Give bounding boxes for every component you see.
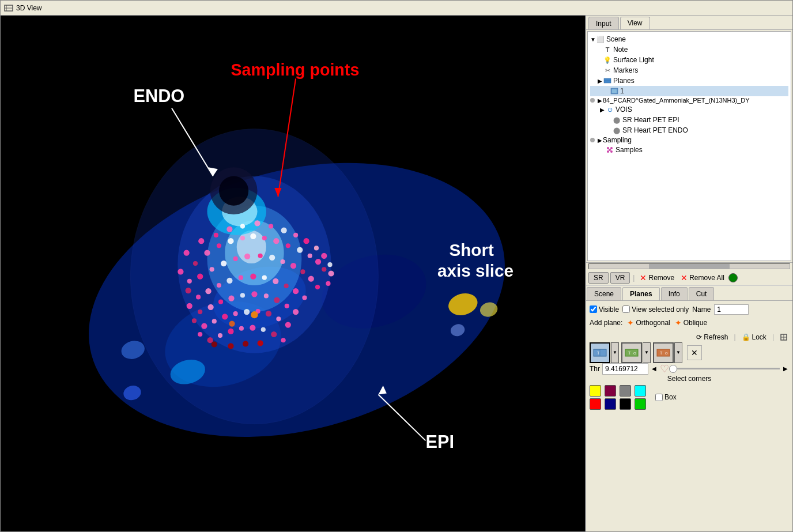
sr-button[interactable]: SR <box>588 272 609 284</box>
swatch-gray[interactable] <box>620 385 631 397</box>
tab-cut[interactable]: Cut <box>689 287 715 300</box>
color-swatches <box>590 385 646 410</box>
slider-right-arrow[interactable]: ▶ <box>782 365 789 372</box>
tree-expand-vois[interactable]: ▶ <box>599 107 605 113</box>
name-input[interactable] <box>714 304 749 315</box>
view-selected-label[interactable]: View selected only <box>622 305 689 314</box>
visible-checkbox-label[interactable]: Visible <box>590 305 619 314</box>
plane-btn-3[interactable]: T O <box>653 342 674 363</box>
swatch-red[interactable] <box>590 398 601 410</box>
lock-button[interactable]: 🔒 Lock <box>741 332 768 342</box>
svg-point-132 <box>609 149 611 151</box>
swatch-row-1 <box>590 385 646 397</box>
svg-point-25 <box>254 220 260 226</box>
tree-item-note[interactable]: T Note <box>590 44 788 55</box>
scene-tree[interactable]: ▼ ⬜ Scene T Note 💡 Surface Light <box>587 31 791 261</box>
svg-point-79 <box>228 295 234 301</box>
tree-expand-planes[interactable]: ▶ <box>597 78 603 84</box>
svg-point-36 <box>193 261 198 266</box>
tree-expand-scene[interactable]: ▼ <box>590 36 596 43</box>
svg-point-40 <box>240 236 245 240</box>
orthogonal-option[interactable]: ✦ Orthogonal <box>627 318 670 327</box>
viewport-3d[interactable]: ENDO Sampling points Short axis slice EP… <box>1 16 585 531</box>
plane-btn-2[interactable]: T O <box>621 342 642 363</box>
slider-thumb[interactable] <box>669 365 677 373</box>
plane-1-icon <box>610 86 619 96</box>
add-plane-label: Add plane: <box>590 319 622 327</box>
tab-planes[interactable]: Planes <box>622 287 660 300</box>
tree-item-sr-epi[interactable]: ⬤ SR Heart PET EPI <box>590 115 788 125</box>
svg-point-91 <box>244 309 250 315</box>
tab-view[interactable]: View <box>620 17 650 29</box>
swatch-black[interactable] <box>620 398 631 410</box>
tree-item-planes[interactable]: ▶ Planes <box>590 76 788 86</box>
tree-label-samples: Samples <box>615 146 643 154</box>
tree-item-sampling[interactable]: ▶ Sampling <box>590 135 788 145</box>
refresh-button[interactable]: ⟳ Refresh <box>695 332 729 342</box>
tree-item-markers[interactable]: ✂ Markers <box>590 65 788 76</box>
orthogonal-icon: ✦ <box>627 318 634 327</box>
resize-button[interactable] <box>779 332 789 342</box>
tab-input[interactable]: Input <box>588 17 619 29</box>
tree-item-vois[interactable]: ▶ ⊙ VOIS <box>590 104 788 115</box>
svg-text:T: T <box>628 351 631 355</box>
svg-rect-127 <box>612 89 617 93</box>
swatch-cyan[interactable] <box>635 385 646 397</box>
svg-point-54 <box>233 256 238 261</box>
view-selected-checkbox[interactable] <box>622 305 630 313</box>
swatch-yellow[interactable] <box>590 385 601 397</box>
tree-item-sr-endo[interactable]: ⬤ SR Heart PET ENDO <box>590 125 788 135</box>
swatch-green[interactable] <box>635 398 646 410</box>
swatch-dark-blue[interactable] <box>605 398 616 410</box>
scene-svg: ENDO Sampling points Short axis slice EP… <box>1 16 585 531</box>
tree-item-scene[interactable]: ▼ ⬜ Scene <box>590 34 788 44</box>
svg-point-90 <box>233 311 238 316</box>
box-checkbox[interactable]: Box <box>655 393 677 401</box>
tree-expand-sampling[interactable]: ▶ <box>597 137 603 144</box>
delete-plane-button[interactable]: ✕ <box>687 345 702 360</box>
svg-point-37 <box>204 250 210 256</box>
swatch-purple[interactable] <box>605 385 616 397</box>
tab-scene[interactable]: Scene <box>587 287 621 300</box>
svg-point-26 <box>269 224 273 228</box>
thr-slider[interactable]: ♡ <box>660 364 780 373</box>
refresh-label: Refresh <box>704 333 728 341</box>
lock-icon: 🔒 <box>742 333 750 341</box>
svg-rect-142 <box>657 349 670 356</box>
surface-light-icon: 💡 <box>603 55 612 65</box>
remove-button[interactable]: ✕ Remove <box>637 272 677 284</box>
tree-scrollbar[interactable] <box>586 262 792 270</box>
tree-item-dataset[interactable]: ▶ 84_PCARD^Gated_Ammoniak_PET_(N13NH3)_D… <box>590 96 788 104</box>
plane-btn-1-dropdown[interactable]: ▼ <box>611 342 619 363</box>
plane-btn-2-dropdown[interactable]: ▼ <box>643 342 651 363</box>
plane-btn-1[interactable]: T <box>590 342 610 363</box>
tree-label-sr-endo: SR Heart PET ENDO <box>622 126 688 134</box>
slider-left-arrow[interactable]: ◀ <box>651 365 658 372</box>
top-tab-bar: Input View <box>586 16 792 30</box>
tab-info[interactable]: Info <box>661 287 688 300</box>
box-check[interactable] <box>655 394 663 401</box>
svg-point-82 <box>264 293 269 298</box>
plane-btn-3-dropdown[interactable]: ▼ <box>674 342 682 363</box>
tree-item-samples[interactable]: Samples <box>590 145 788 155</box>
tree-label-planes-1: 1 <box>620 87 624 95</box>
svg-text:T: T <box>660 351 663 355</box>
svg-point-30 <box>314 246 319 250</box>
thr-input[interactable] <box>602 363 648 375</box>
svg-point-31 <box>321 253 327 259</box>
svg-point-50 <box>187 279 192 284</box>
svg-point-109 <box>243 341 248 346</box>
plane-icon-group-1: T ▼ <box>590 342 619 363</box>
vr-button[interactable]: VR <box>610 272 630 284</box>
remove-all-button[interactable]: ✕ Remove All <box>678 272 727 284</box>
sr-endo-icon: ⬤ <box>612 126 621 135</box>
tree-label-surface-light: Surface Light <box>613 56 654 64</box>
svg-text:Short: Short <box>449 240 494 259</box>
svg-point-42 <box>262 236 267 240</box>
corners-row: Box <box>590 385 789 410</box>
oblique-option[interactable]: ✦ Oblique <box>675 318 707 327</box>
tree-item-surface-light[interactable]: 💡 Surface Light <box>590 55 788 65</box>
visible-checkbox[interactable] <box>590 305 597 313</box>
tree-item-planes-1[interactable]: 1 <box>590 86 788 96</box>
tree-expand-dataset[interactable]: ▶ <box>597 97 603 104</box>
